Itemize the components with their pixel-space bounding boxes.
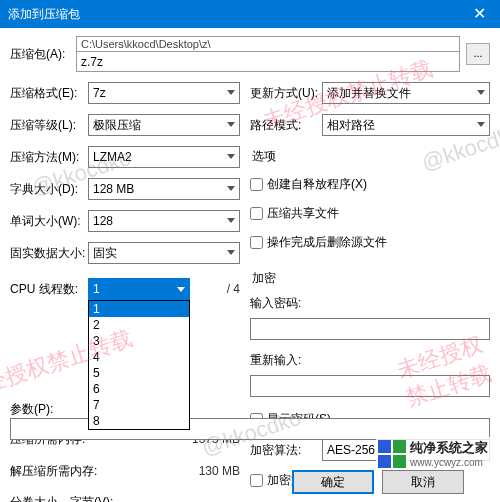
solid-select[interactable]: 固实: [88, 242, 240, 264]
params-label: 参数(P):: [10, 401, 490, 418]
format-label: 压缩格式(E):: [10, 85, 88, 102]
cancel-button[interactable]: 取消: [382, 470, 464, 494]
cpu-select[interactable]: 1: [88, 278, 190, 300]
archive-path-row: 压缩包(A): C:\Users\kkocd\Desktop\z\ ...: [0, 28, 500, 78]
pathmode-label: 路径模式:: [250, 117, 322, 134]
level-select[interactable]: 极限压缩: [88, 114, 240, 136]
branding: 纯净系统之家 www.ycwyz.com: [376, 437, 490, 470]
alg-label: 加密算法:: [250, 442, 322, 459]
pwd2-input[interactable]: [250, 375, 490, 397]
method-label: 压缩方法(M):: [10, 149, 88, 166]
pwd1-input[interactable]: [250, 318, 490, 340]
browse-button[interactable]: ...: [466, 43, 490, 65]
update-label: 更新方式(U):: [250, 85, 322, 102]
cpu-option[interactable]: 7: [89, 397, 189, 413]
ram-decomp-value: 130 MB: [180, 464, 240, 478]
update-select[interactable]: 添加并替换文件: [322, 82, 490, 104]
share-checkbox[interactable]: [250, 207, 263, 220]
share-label: 压缩共享文件: [267, 205, 339, 222]
titlebar: 添加到压缩包 ✕: [0, 0, 500, 28]
format-select[interactable]: 7z: [88, 82, 240, 104]
cpu-option[interactable]: 5: [89, 365, 189, 381]
cpu-option[interactable]: 2: [89, 317, 189, 333]
cpu-option[interactable]: 6: [89, 381, 189, 397]
encnames-checkbox[interactable]: [250, 474, 263, 487]
cpu-option[interactable]: 8: [89, 413, 189, 429]
delete-checkbox[interactable]: [250, 236, 263, 249]
cpu-option[interactable]: 4: [89, 349, 189, 365]
archive-file-input[interactable]: [77, 51, 459, 71]
cpu-total: / 4: [190, 282, 240, 296]
close-icon[interactable]: ✕: [467, 6, 492, 22]
pwd1-label: 输入密码:: [250, 295, 490, 312]
archive-label: 压缩包(A):: [10, 46, 70, 63]
cpu-label: CPU 线程数:: [10, 281, 88, 298]
sfx-label: 创建自释放程序(X): [267, 176, 367, 193]
logo-icon: [378, 440, 406, 468]
ram-decomp-label: 解压缩所需内存:: [10, 463, 120, 480]
method-select[interactable]: LZMA2: [88, 146, 240, 168]
cpu-option[interactable]: 1: [89, 301, 189, 317]
dict-label: 字典大小(D):: [10, 181, 88, 198]
sfx-checkbox[interactable]: [250, 178, 263, 191]
brand-url: www.ycwyz.com: [410, 457, 488, 468]
split-label: 分卷大小，字节(V):: [10, 495, 113, 502]
archive-dir: C:\Users\kkocd\Desktop\z\: [77, 37, 459, 51]
solid-label: 固实数据大小:: [10, 245, 88, 262]
pathmode-select[interactable]: 相对路径: [322, 114, 490, 136]
options-title: 选项: [252, 148, 490, 165]
ok-button[interactable]: 确定: [292, 470, 374, 494]
button-row: 确定 取消: [292, 470, 464, 494]
cpu-option[interactable]: 3: [89, 333, 189, 349]
level-label: 压缩等级(L):: [10, 117, 88, 134]
title: 添加到压缩包: [8, 6, 80, 23]
archive-path-box: C:\Users\kkocd\Desktop\z\: [76, 36, 460, 72]
cpu-dropdown-list[interactable]: 12345678: [88, 300, 190, 430]
word-label: 单词大小(W):: [10, 213, 88, 230]
delete-label: 操作完成后删除源文件: [267, 234, 387, 251]
encryption-title: 加密: [252, 270, 490, 287]
pwd2-label: 重新输入:: [250, 352, 490, 369]
brand-name: 纯净系统之家: [410, 439, 488, 457]
dict-select[interactable]: 128 MB: [88, 178, 240, 200]
word-select[interactable]: 128: [88, 210, 240, 232]
